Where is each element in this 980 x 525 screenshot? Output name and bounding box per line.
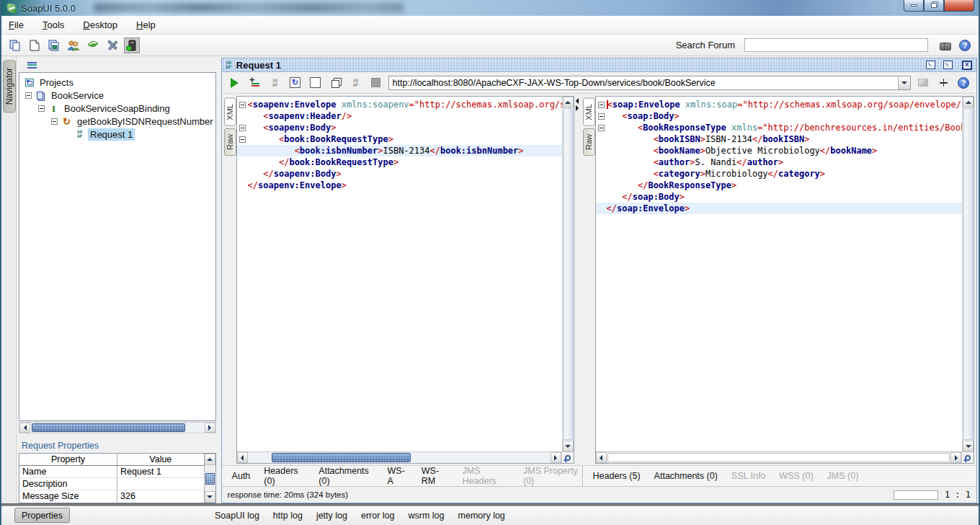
request-horizontal-scrollbar[interactable]: [237, 452, 561, 463]
request-raw-tab[interactable]: Raw: [224, 128, 236, 156]
xml-line[interactable]: <bookName>Objective Microbiology</bookNa…: [596, 145, 962, 156]
tab-memory-log[interactable]: memory log: [458, 511, 505, 521]
endpoint-url-input[interactable]: [389, 76, 898, 89]
tree-item-projects[interactable]: Projects: [19, 76, 215, 89]
new-project-button[interactable]: [7, 38, 23, 53]
tab-ws-rm[interactable]: WS-RM: [422, 466, 449, 486]
tab-headers[interactable]: Headers (0): [264, 466, 305, 486]
os-titlebar[interactable]: SoapUI 5.0.0: [1, 0, 979, 16]
clean-contents-button[interactable]: [308, 75, 324, 91]
search-forum-button[interactable]: [937, 38, 953, 53]
collapse-toggle-icon[interactable]: [51, 118, 58, 125]
scroll-right-button[interactable]: [950, 452, 961, 463]
add-endpoint-button[interactable]: [935, 75, 951, 91]
create-empty-button[interactable]: [348, 75, 364, 91]
xml-line[interactable]: </soap:Envelope>: [596, 203, 962, 214]
preferences-button[interactable]: [104, 38, 120, 53]
tree-item-operation[interactable]: ↻ getBookByISDNRequestNumber: [19, 115, 215, 128]
response-raw-tab[interactable]: Raw: [583, 128, 595, 156]
forum-button[interactable]: [66, 38, 81, 53]
scrollbar-thumb[interactable]: [963, 108, 973, 440]
save-all-button[interactable]: [46, 38, 62, 53]
navigator-tab[interactable]: Navigator: [3, 60, 16, 112]
tab-soapui-log[interactable]: SoapUI log: [215, 511, 259, 521]
submit-request-button[interactable]: [227, 75, 243, 91]
xml-line[interactable]: <soapenv:Header/>: [237, 110, 562, 122]
search-forum-input[interactable]: [744, 38, 928, 52]
menu-file[interactable]: File: [9, 19, 24, 30]
xml-line[interactable]: <book:BookRequestType>: [237, 133, 562, 145]
scroll-right-button[interactable]: [551, 452, 561, 463]
tree-item-request1[interactable]: Request 1: [19, 128, 215, 141]
scroll-down-button[interactable]: [563, 441, 574, 451]
request-xml-editor[interactable]: <soapenv:Envelope xmlns:soapenv="http://…: [237, 97, 562, 451]
recreate-request-button[interactable]: [288, 75, 303, 91]
help-button[interactable]: [957, 38, 973, 53]
response-xml-editor[interactable]: <soap:Envelope xmlns:soap="http://schema…: [596, 97, 962, 451]
scrollbar-thumb[interactable]: [272, 453, 411, 462]
tree-sort-icon[interactable]: [27, 62, 37, 69]
xml-line[interactable]: <book:isbnNumber>ISBN-2134</book:isbnNum…: [237, 145, 562, 156]
scrollbar-thumb[interactable]: [607, 453, 950, 462]
scrollbar-thumb[interactable]: [564, 108, 573, 440]
scrollbar-thumb[interactable]: [205, 473, 215, 485]
proxy-toggle-button[interactable]: [124, 38, 140, 53]
collapse-left-icon[interactable]: [576, 98, 579, 104]
tab-error-log[interactable]: error log: [361, 511, 395, 521]
menu-desktop[interactable]: Desktop: [83, 19, 117, 30]
tab-http-log[interactable]: http log: [273, 511, 303, 521]
xml-line[interactable]: <bookISBN>ISBN-2134</bookISBN>: [596, 133, 962, 145]
xml-line[interactable]: </book:BookRequestType>: [237, 156, 562, 168]
table-row[interactable]: Description: [19, 478, 204, 490]
editor-splitter[interactable]: [574, 96, 583, 464]
response-popup-button[interactable]: [961, 452, 974, 463]
tab-response-headers[interactable]: Headers (5): [593, 471, 641, 481]
xml-line[interactable]: </soapenv:Envelope>: [237, 180, 562, 191]
cancel-request-button[interactable]: [368, 75, 384, 91]
scrollbar-thumb[interactable]: [32, 423, 185, 432]
xml-line[interactable]: <BookResponseType xmlns="http://benchres…: [596, 122, 962, 133]
collapse-toggle-icon[interactable]: [38, 105, 45, 112]
scroll-down-button[interactable]: [205, 491, 215, 503]
xml-line[interactable]: </soap:Body>: [596, 191, 962, 203]
request-popup-button[interactable]: [561, 452, 574, 463]
response-xml-tab[interactable]: XML: [583, 98, 595, 126]
project-tree[interactable]: Projects BookService I BookServiceSoapBi…: [19, 72, 216, 421]
collapse-toggle-icon[interactable]: [25, 92, 32, 99]
add-to-testcase-button[interactable]: [247, 75, 263, 91]
tab-jetty-log[interactable]: jetty log: [316, 511, 347, 521]
endpoint-dropdown-button[interactable]: [898, 76, 910, 89]
table-row[interactable]: Name Request 1: [19, 466, 204, 478]
xml-line[interactable]: <soapenv:Body>: [237, 122, 562, 133]
tree-horizontal-scrollbar[interactable]: [19, 422, 216, 433]
scroll-left-button[interactable]: [19, 423, 30, 433]
scroll-left-button[interactable]: [596, 452, 607, 463]
request-vertical-scrollbar[interactable]: [562, 97, 574, 451]
close-button[interactable]: [944, 0, 974, 12]
table-row[interactable]: Message Size 326: [19, 490, 204, 503]
properties-table[interactable]: Property Value Name Request 1 Descriptio…: [19, 454, 204, 503]
tab-wsrm-log[interactable]: wsrm log: [409, 511, 445, 521]
xml-line[interactable]: <soap:Envelope xmlns:soap="http://schema…: [596, 99, 962, 110]
xml-line[interactable]: <soap:Body>: [596, 110, 962, 122]
scroll-right-button[interactable]: [205, 423, 215, 433]
scroll-down-button[interactable]: [963, 441, 974, 451]
soapui-home-button[interactable]: [85, 38, 101, 53]
request-xml-tab[interactable]: XML: [224, 98, 236, 126]
minimize-button[interactable]: [904, 0, 924, 12]
xml-line[interactable]: </soapenv:Body>: [237, 168, 562, 180]
tabbed-layout-button[interactable]: [915, 75, 931, 91]
tab-attachments[interactable]: Attachments (0): [318, 466, 373, 486]
tab-response-attachments[interactable]: Attachments (0): [654, 471, 718, 481]
restore-button[interactable]: [924, 0, 944, 12]
response-horizontal-scrollbar[interactable]: [596, 452, 961, 463]
unfloat-window-icon[interactable]: [926, 61, 935, 69]
restore-window-icon[interactable]: [943, 61, 953, 69]
xml-line[interactable]: <category>Microbiology</category>: [596, 168, 962, 180]
import-project-button[interactable]: [27, 38, 43, 53]
tab-ws-a[interactable]: WS-A: [388, 466, 408, 486]
collapse-right-icon[interactable]: [576, 105, 579, 111]
scroll-up-button[interactable]: [563, 97, 574, 107]
xml-line[interactable]: </BookResponseType>: [596, 180, 962, 191]
create-request-button[interactable]: [267, 75, 283, 91]
